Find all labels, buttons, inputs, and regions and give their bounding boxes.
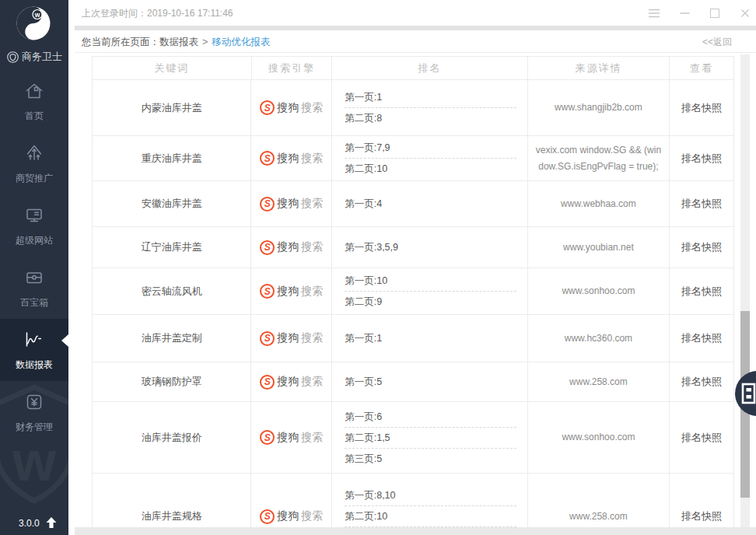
engine-name: 搜狗 xyxy=(277,285,299,299)
bottom-strip xyxy=(75,527,756,535)
rank-cell: 第一页:1 第二页:8 xyxy=(332,80,527,135)
source-cell: vexix.com window.SG && (window.SG.isEngP… xyxy=(528,136,670,180)
active-notch xyxy=(61,334,68,347)
engine-name: 搜狗 xyxy=(277,509,299,523)
breadcrumb-current-link[interactable]: 移动优化报表 xyxy=(212,37,270,47)
table-row: 重庆油库井盖 S 搜狗搜索 第一页:7,9 第二页:10 vexix.com w… xyxy=(93,136,733,181)
breadcrumb-text: 您当前所在页面：数据报表>移动优化报表 xyxy=(82,36,270,49)
toolbox-icon xyxy=(24,268,44,288)
rank-line: 第二页:8 xyxy=(345,107,516,128)
sidebar-item-label: 数据报表 xyxy=(0,358,68,372)
svg-text:w: w xyxy=(12,430,57,492)
rank-cell: 第一页:4 xyxy=(332,181,527,226)
rank-cell: 第一页:10 第二页:9 xyxy=(332,268,527,314)
table-row: 内蒙油库井盖 S 搜狗搜索 第一页:1 第二页:8 www.shangjib2b… xyxy=(93,80,733,136)
engine-cell: S 搜狗搜索 xyxy=(251,268,332,314)
engine-cell: S 搜狗搜索 xyxy=(251,315,332,362)
promotion-icon xyxy=(24,143,44,163)
sogou-icon: S xyxy=(260,100,275,115)
breadcrumb: 您当前所在页面：数据报表>移动优化报表 <<返回 xyxy=(75,30,756,53)
snapshot-link[interactable]: 排名快照 xyxy=(670,315,733,362)
rank-cell: 第一页:5 xyxy=(332,362,527,401)
engine-cell: S 搜狗搜索 xyxy=(251,362,332,401)
keyword-cell: 重庆油库井盖 xyxy=(93,136,251,180)
engine-name-suffix: 搜索 xyxy=(301,285,323,299)
rank-cell: 第一页:7,9 第二页:10 xyxy=(332,136,527,180)
sidebar-item-label: 超级网站 xyxy=(0,234,68,247)
rank-line: 第一页:6 xyxy=(345,407,516,427)
sidebar-item-toolbox[interactable]: 百宝箱 xyxy=(0,257,68,319)
snapshot-link[interactable]: 排名快照 xyxy=(670,136,733,180)
brand-name: 商务卫士 xyxy=(22,50,62,64)
engine-name-suffix: 搜索 xyxy=(301,431,323,445)
sogou-icon: S xyxy=(260,240,275,255)
keyword-cell: 玻璃钢防护罩 xyxy=(93,362,251,401)
sidebar-item-label: 百宝箱 xyxy=(0,296,68,309)
menu-icon[interactable] xyxy=(648,7,660,19)
engine-name-suffix: 搜索 xyxy=(301,509,323,523)
table-row: 玻璃钢防护罩 S 搜狗搜索 第一页:5 www.258.com 排名快照 xyxy=(93,362,733,402)
rank-line: 第二页:1,5 xyxy=(345,427,516,448)
source-cell: www.258.com xyxy=(528,474,670,535)
home-icon xyxy=(24,81,44,101)
rank-cell: 第一页:3,5,9 xyxy=(332,227,527,268)
back-link[interactable]: <<返回 xyxy=(702,36,732,49)
keyword-cell: 辽宁油库井盖 xyxy=(93,227,251,268)
title-bar: 上次登录时间：2019-10-16 17:11:46 xyxy=(68,0,756,26)
qr-code-icon xyxy=(741,383,756,404)
rank-table: 关键词 搜索引擎 排名 来源详情 查看 内蒙油库井盖 S 搜狗搜索 第一页:1 … xyxy=(92,56,734,535)
close-icon[interactable] xyxy=(739,7,751,19)
keyword-cell: 内蒙油库井盖 xyxy=(93,80,251,135)
engine-name-suffix: 搜索 xyxy=(301,331,323,345)
rank-cell: 第一页:8,10 第二页:10 第三页:9 xyxy=(332,474,527,535)
rank-line: 第三页:5 xyxy=(345,448,516,469)
source-cell: www.youbian.net xyxy=(528,227,670,268)
snapshot-link[interactable]: 排名快照 xyxy=(670,181,733,226)
keyword-cell: 油库井盖规格 xyxy=(93,474,251,535)
engine-cell: S 搜狗搜索 xyxy=(251,181,332,226)
vertical-scrollbar-track[interactable] xyxy=(740,54,750,527)
sidebar-item-home[interactable]: 首页 xyxy=(0,70,68,132)
sogou-icon: S xyxy=(260,197,275,212)
shield-badge-icon xyxy=(6,51,19,64)
sidebar-item-promotion[interactable]: 商贸推广 xyxy=(0,132,68,194)
rank-line: 第一页:8,10 xyxy=(345,485,516,505)
minimize-icon[interactable] xyxy=(678,7,691,19)
sidebar-item-reports[interactable]: 数据报表 xyxy=(0,319,68,381)
breadcrumb-separator: > xyxy=(202,37,208,47)
rank-line: 第一页:3,5,9 xyxy=(345,237,516,257)
header-engine: 搜索引擎 xyxy=(252,57,333,79)
rank-line: 第二页:10 xyxy=(345,158,516,179)
svg-text:w: w xyxy=(34,11,40,19)
engine-name: 搜狗 xyxy=(277,197,299,211)
snapshot-link[interactable]: 排名快照 xyxy=(670,227,733,268)
engine-cell: S 搜狗搜索 xyxy=(251,136,332,180)
engine-cell: S 搜狗搜索 xyxy=(251,474,332,535)
engine-name: 搜狗 xyxy=(277,331,299,345)
maximize-icon[interactable] xyxy=(709,7,721,19)
snapshot-link[interactable]: 排名快照 xyxy=(670,268,733,314)
source-cell: www.shangjib2b.com xyxy=(528,80,670,135)
rank-line: 第一页:1 xyxy=(345,328,516,348)
snapshot-link[interactable]: 排名快照 xyxy=(670,402,733,473)
snapshot-link[interactable]: 排名快照 xyxy=(670,80,733,135)
rank-line: 第二页:9 xyxy=(345,291,516,312)
last-login-text: 上次登录时间：2019-10-16 17:11:46 xyxy=(82,7,233,20)
rank-line: 第一页:4 xyxy=(345,194,516,214)
snapshot-link[interactable]: 排名快照 xyxy=(670,362,733,401)
engine-cell: S 搜狗搜索 xyxy=(251,227,332,268)
table-row: 辽宁油库井盖 S 搜狗搜索 第一页:3,5,9 www.youbian.net … xyxy=(93,227,733,268)
sidebar-item-website[interactable]: 超级网站 xyxy=(0,194,68,257)
report-icon xyxy=(24,330,44,350)
main-area: 上次登录时间：2019-10-16 17:11:46 您当前所在页面：数据报表>… xyxy=(68,0,756,535)
update-arrow-icon[interactable] xyxy=(45,516,58,531)
keyword-cell: 油库井盖报价 xyxy=(93,402,251,473)
sogou-icon: S xyxy=(260,375,275,390)
engine-name: 搜狗 xyxy=(277,375,299,389)
app-logo-icon: w xyxy=(14,5,53,42)
engine-name-suffix: 搜索 xyxy=(301,375,323,389)
keyword-cell: 安徽油库井盖 xyxy=(93,181,251,226)
engine-name-suffix: 搜索 xyxy=(301,152,323,166)
snapshot-link[interactable]: 排名快照 xyxy=(670,474,733,535)
engine-name-suffix: 搜索 xyxy=(301,240,323,254)
